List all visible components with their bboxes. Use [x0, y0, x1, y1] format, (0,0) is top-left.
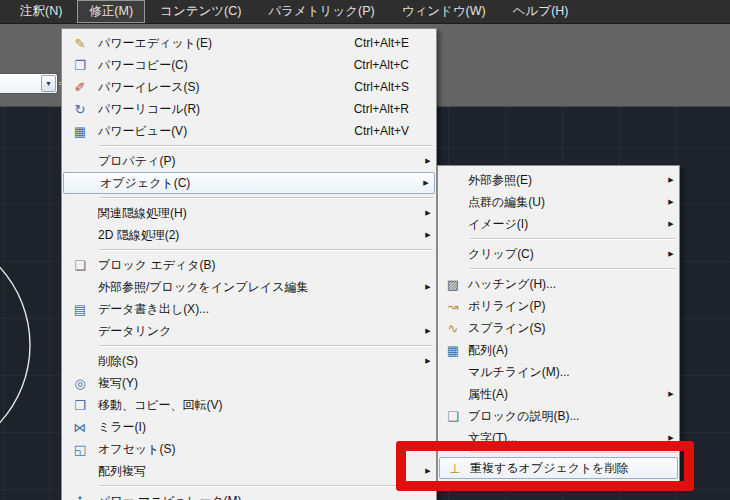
menu-item-power-view[interactable]: ▦パワービュー(V)Ctrl+Alt+V [62, 120, 436, 142]
menu-item-image[interactable]: イメージ(I)▶ [438, 213, 679, 235]
menu-item-label: 重複するオブジェクトを削除 [470, 460, 663, 477]
menu-item-multiline[interactable]: マルチライン(M)... [438, 361, 679, 383]
menu-item-text[interactable]: 文字(T)...▶ [438, 427, 679, 449]
submenu-arrow-icon: ▶ [422, 327, 434, 335]
menu-separator [100, 145, 433, 147]
menu-item-object[interactable]: オブジェクト(C)▶ [63, 172, 435, 194]
menu-item-label: パワー マニピュレータ(M) [98, 493, 422, 500]
submenu-arrow-icon: ▶ [422, 467, 434, 475]
menu-item-refedit[interactable]: 外部参照/ブロックをインプレイス編集▶ [62, 276, 436, 298]
menu-item-label: パワーコピー(C) [98, 57, 354, 74]
menu-item-shortcut: Ctrl+Alt+E [354, 36, 409, 50]
menu-item-label: マルチライン(M)... [468, 364, 665, 381]
menu-item-label: 点群の編集(U) [468, 194, 665, 211]
submenu-arrow-icon: ▶ [665, 250, 677, 258]
submenu-arrow-icon: ▶ [665, 434, 677, 442]
menu-item-2d-hidden-line[interactable]: 2D 隠線処理(2)▶ [62, 224, 436, 246]
menu-separator [470, 268, 676, 270]
menu-separator [470, 452, 676, 454]
menubar-item-window[interactable]: ウィンドウ(W) [390, 0, 498, 23]
offset-icon: ◱ [62, 443, 98, 456]
menu-item-power-recall[interactable]: ↻パワーリコール(R)Ctrl+Alt+R [62, 98, 436, 120]
menu-item-label: 外部参照/ブロックをインプレイス編集 [98, 279, 422, 296]
menu-item-label: パワーイレース(S) [98, 79, 354, 96]
menu-item-label: オブジェクト(C) [100, 175, 420, 192]
data-export-icon: ▤ [62, 303, 98, 316]
submenu-arrow-icon: ▶ [422, 357, 434, 365]
menu-item-label: パワーエディット(E) [98, 35, 354, 52]
menu-item-label: 外部参照(E) [468, 172, 665, 189]
menubar-item-parametric[interactable]: パラメトリック(P) [256, 0, 386, 23]
menu-item-power-manipulator[interactable]: ✣パワー マニピュレータ(M) [62, 490, 436, 500]
menubar-item-content[interactable]: コンテンツ(C) [148, 0, 253, 23]
menubar-item-help[interactable]: ヘルプ(H) [501, 0, 581, 23]
menu-item-offset[interactable]: ◱オフセット(S) [62, 438, 436, 460]
menu-item-properties[interactable]: プロパティ(P)▶ [62, 150, 436, 172]
menu-item-clip[interactable]: クリップ(C)▶ [438, 243, 679, 265]
power-copy-icon: ❐ [62, 59, 98, 72]
menu-item-shortcut: Ctrl+Alt+C [354, 58, 409, 72]
menu-item-label: データリンク [98, 323, 422, 340]
menu-item-spline[interactable]: ∿スプライン(S) [438, 317, 679, 339]
menu-item-label: スプライン(S) [468, 320, 665, 337]
chevron-down-icon: ▼ [45, 80, 52, 87]
submenu-arrow-icon: ▶ [422, 157, 434, 165]
polyline-icon: ↝ [438, 300, 468, 313]
menu-separator [100, 345, 433, 347]
menu-item-polyline[interactable]: ↝ポリライン(P) [438, 295, 679, 317]
move-copy-rotate-icon: ❒ [62, 399, 98, 412]
menu-item-erase[interactable]: 削除(S)▶ [62, 350, 436, 372]
submenu-arrow-icon: ▶ [665, 198, 677, 206]
menubar-item-annotate[interactable]: 注釈(N) [8, 0, 74, 23]
menu-item-power-copy[interactable]: ❐パワーコピー(C)Ctrl+Alt+C [62, 54, 436, 76]
menu-item-label: オフセット(S) [98, 441, 422, 458]
layer-combobox[interactable]: ▼ [0, 73, 58, 94]
menu-item-power-erase[interactable]: ✐パワーイレース(S)Ctrl+Alt+S [62, 76, 436, 98]
combobox-dropdown-button[interactable]: ▼ [41, 75, 56, 92]
menu-bar-items: 注釈(N)修正(M)コンテンツ(C)パラメトリック(P)ウィンドウ(W)ヘルプ(… [8, 0, 583, 23]
menu-item-label: 関連隠線処理(H) [98, 205, 422, 222]
menu-item-label: ミラー(I) [98, 419, 422, 436]
menu-separator [470, 238, 676, 240]
menu-item-assoc-hidden-line[interactable]: 関連隠線処理(H)▶ [62, 202, 436, 224]
mirror-icon: ⋈ [62, 421, 98, 434]
submenu-arrow-icon: ▶ [665, 176, 677, 184]
menu-item-label: 配列複写 [98, 463, 422, 480]
menu-bar: 注釈(N)修正(M)コンテンツ(C)パラメトリック(P)ウィンドウ(W)ヘルプ(… [0, 0, 730, 24]
menu-item-label: 移動、コピー、回転(V) [98, 397, 422, 414]
menu-item-block-description[interactable]: ❑ブロックの説明(B)... [438, 405, 679, 427]
menu-item-point-cloud-edit[interactable]: 点群の編集(U)▶ [438, 191, 679, 213]
menu-item-label: 文字(T)... [468, 430, 665, 447]
menu-separator [100, 485, 433, 487]
menu-item-hatch[interactable]: ▨ハッチング(H)... [438, 273, 679, 295]
menu-item-label: 属性(A) [468, 386, 665, 403]
delete-duplicate-icon: ⊥ [440, 462, 470, 475]
menu-item-label: 配列(A) [468, 342, 665, 359]
array-icon: ▦ [438, 344, 468, 357]
menu-item-attribute[interactable]: 属性(A)▶ [438, 383, 679, 405]
menu-item-mirror[interactable]: ⋈ミラー(I) [62, 416, 436, 438]
menu-item-move-copy-rotate[interactable]: ❒移動、コピー、回転(V) [62, 394, 436, 416]
power-edit-icon: ✎ [62, 37, 98, 50]
copy-icon: ◎ [62, 377, 98, 390]
menu-item-power-edit[interactable]: ✎パワーエディット(E)Ctrl+Alt+E [62, 32, 436, 54]
menu-item-data-link[interactable]: データリンク▶ [62, 320, 436, 342]
menu-item-label: データ書き出し(X)... [98, 301, 422, 318]
menu-item-label: パワービュー(V) [98, 123, 354, 140]
menu-item-delete-duplicate-objects[interactable]: ⊥重複するオブジェクトを削除 [439, 457, 678, 479]
menu-item-array[interactable]: ▦配列(A) [438, 339, 679, 361]
menubar-item-modify[interactable]: 修正(M) [77, 0, 145, 23]
power-view-icon: ▦ [62, 125, 98, 138]
menu-item-array-copy[interactable]: 配列複写▶ [62, 460, 436, 482]
power-erase-icon: ✐ [62, 81, 98, 94]
submenu-arrow-icon: ▶ [665, 220, 677, 228]
menu-item-shortcut: Ctrl+Alt+S [354, 80, 409, 94]
menu-item-label: パワーリコール(R) [98, 101, 354, 118]
menu-item-data-export[interactable]: ▤データ書き出し(X)... [62, 298, 436, 320]
menu-item-block-editor[interactable]: ❏ブロック エディタ(B) [62, 254, 436, 276]
menu-item-xref[interactable]: 外部参照(E)▶ [438, 169, 679, 191]
modify-menu-panel: ✎パワーエディット(E)Ctrl+Alt+E❐パワーコピー(C)Ctrl+Alt… [61, 28, 437, 500]
block-desc-icon: ❑ [438, 410, 468, 423]
menu-item-copy[interactable]: ◎複写(Y) [62, 372, 436, 394]
menu-item-shortcut: Ctrl+Alt+R [354, 102, 409, 116]
